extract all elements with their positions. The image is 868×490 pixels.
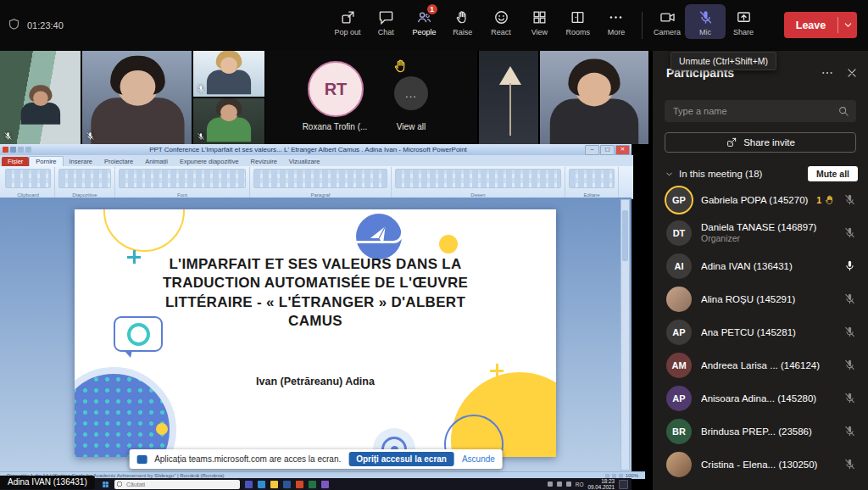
ribbon-group[interactable]: Desen [392,167,565,198]
volume-icon[interactable] [566,482,571,487]
video-tile[interactable] [540,51,648,144]
ribbon-tab[interactable]: Pornire [29,156,63,166]
ribbon-group[interactable]: Clipboard [2,167,55,198]
avatar: RT [308,61,364,117]
minimize-button[interactable]: ‒ [585,145,599,155]
ribbon-tab[interactable]: Inserare [64,157,99,166]
participant-row[interactable]: AI Adina IVAN (136431) [653,249,868,282]
muted-mic-icon[interactable] [843,193,856,206]
popout-button[interactable]: Pop out [329,6,366,36]
language-indicator[interactable]: RO [576,482,584,487]
muted-mic-icon[interactable] [843,458,856,471]
muted-mic-icon[interactable] [843,326,856,338]
powerpoint-app-icon[interactable] [296,481,303,488]
video-tile[interactable] [193,98,264,144]
section-label: In this meeting (18) [679,169,808,179]
camera-button[interactable]: Camera [649,6,685,39]
view-normal-icon[interactable] [605,474,609,478]
taskbar-search-input[interactable] [114,480,240,489]
edge-app-icon[interactable] [258,481,265,488]
ribbon-tab[interactable]: Revizuire [245,157,283,166]
explorer-app-icon[interactable] [270,481,278,488]
participant-row[interactable]: AP Ana PETCU (145281) [653,315,868,348]
chat-icon [378,9,394,25]
participant-row[interactable]: AP Anisoara Adina... (145280) [653,381,868,415]
muted-mic-icon[interactable] [843,292,856,305]
more-button[interactable]: More [598,6,635,36]
teams-meeting-window: 01:23:40 Pop out Chat 1 People Raise R [0,0,868,490]
view-sorter-icon[interactable] [612,474,616,478]
excel-app-icon[interactable] [309,481,316,488]
ribbon-group[interactable]: Diapozitive [55,167,115,198]
muted-mic-icon[interactable] [843,226,856,239]
hide-banner-link[interactable]: Ascunde [462,454,495,464]
chat-button[interactable]: Chat [367,6,404,36]
teams-app-icon[interactable] [245,481,253,488]
avatar: GP [666,187,692,213]
section-chevron-icon[interactable] [665,170,674,179]
video-tile[interactable] [0,51,81,144]
leave-dropdown-chevron-icon[interactable] [838,19,857,31]
start-button[interactable] [102,481,109,488]
ribbon-tab[interactable]: Proiectare [98,157,139,166]
participant-row[interactable]: GP Gabriela POPA (145270) 1 [653,183,868,216]
mic-button[interactable]: Mic [685,4,726,39]
app-icon[interactable] [321,481,329,488]
react-button[interactable]: React [482,6,520,36]
avatar: AP [666,320,692,345]
rooms-icon [570,9,586,25]
active-mic-icon[interactable] [843,259,856,272]
video-tile[interactable] [193,51,264,97]
share-button[interactable]: Share [726,6,761,39]
share-invite-button[interactable]: Share invite [665,132,856,153]
ribbon-group[interactable]: Editare [565,167,619,198]
mute-all-button[interactable]: Mute all [808,166,858,181]
ribbon-group[interactable]: Font [115,167,250,198]
people-button[interactable]: 1 People [406,6,443,36]
video-tile[interactable] [479,51,538,144]
participant-row[interactable]: AM Andreea Larisa ... (146124) [653,348,868,381]
participant-search-input[interactable] [671,105,837,117]
stop-sharing-button[interactable]: Opriți accesul la ecran [348,452,454,466]
slide-canvas[interactable]: L'IMPARFAIT ET SES VALEURS DANS LA TRADU… [75,209,556,457]
muted-mic-icon[interactable] [843,425,856,437]
view-button[interactable]: View [520,6,558,36]
ribbon-tab[interactable]: Expunere diapozitive [174,157,245,166]
rooms-button[interactable]: Rooms [559,6,597,36]
close-button[interactable]: ✕ [615,145,630,155]
word-app-icon[interactable] [283,481,291,488]
tray-chevron-icon[interactable] [548,482,553,487]
save-icon [10,147,16,153]
participant-row[interactable]: Alina ROŞU (145291) [653,282,868,315]
screen-access-banner: Aplicația teams.microsoft.com are acces … [129,449,503,469]
ribbon-tab[interactable]: Animații [139,157,174,166]
participant-name: Cristina - Elena... (130250) [701,459,837,470]
view-slideshow-icon[interactable] [619,474,623,478]
audio-participant-tile[interactable]: RT Roxana Trofin (... ... View all [265,51,477,144]
view-all-label[interactable]: View all [377,122,445,131]
popout-icon [340,9,356,25]
participant-row[interactable]: DT Daniela TANASE (146897) Organizer [653,216,868,249]
leave-button[interactable]: Leave [784,12,857,38]
muted-mic-icon[interactable] [843,359,856,371]
action-center-icon[interactable] [619,480,628,489]
ribbon-tab[interactable]: Fișier [2,157,29,166]
screen-icon [136,455,147,464]
decoration-dotted-circle [75,367,176,457]
taskbar-clock[interactable]: 18:23 09.04.2021 [587,478,615,490]
panel-close-icon[interactable] [846,67,858,79]
restore-button[interactable]: ▢ [600,145,615,155]
muted-mic-icon[interactable] [843,392,856,404]
decoration-speech-bubble [329,209,403,243]
ribbon-group[interactable]: Paragraf [250,167,392,198]
raise-hand-button[interactable]: Raise [444,6,481,36]
vertical-scrollbar[interactable] [620,199,630,471]
participants-panel: Participants Share invite In this meetin… [653,51,868,490]
network-icon[interactable] [557,482,562,487]
ribbon-tab[interactable]: Vizualizare [283,157,326,166]
panel-more-icon[interactable] [821,66,834,80]
overflow-avatar[interactable]: ... [394,76,428,110]
participant-row[interactable]: Cristina - Elena... (130250) [653,448,868,481]
video-tile[interactable] [82,51,192,144]
participant-row[interactable]: BR Brindusa PREP... (23586) [653,415,868,448]
